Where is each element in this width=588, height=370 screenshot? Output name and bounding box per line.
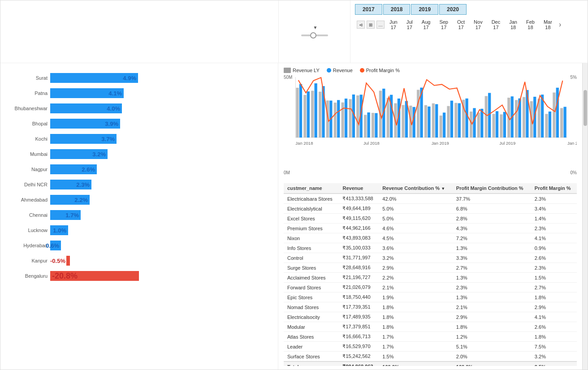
customer-cell: Forward Stores bbox=[284, 283, 339, 293]
bar-negative[interactable] bbox=[66, 256, 70, 266]
svg-rect-8 bbox=[319, 92, 321, 138]
profit-target-section: ▼ bbox=[278, 0, 350, 63]
bar-value-label: 2.3% bbox=[76, 181, 90, 188]
month-jan18[interactable]: Jan18 bbox=[505, 17, 521, 32]
svg-rect-41 bbox=[443, 112, 445, 138]
month-sep17[interactable]: Sep17 bbox=[435, 17, 452, 32]
month-aug17[interactable]: Aug17 bbox=[418, 17, 435, 32]
month-nov17[interactable]: Nov17 bbox=[470, 17, 487, 32]
month-feb18[interactable]: Feb18 bbox=[522, 17, 539, 32]
legend-profit-margin: Profit Margin % bbox=[360, 68, 400, 73]
month-mar18[interactable]: Mar18 bbox=[540, 17, 556, 32]
th-revenue[interactable]: Revenue bbox=[339, 183, 379, 194]
nav-right-arrow[interactable]: › bbox=[557, 20, 563, 30]
bar-positive[interactable]: 4.9% bbox=[50, 73, 138, 83]
table-row[interactable]: Premium Stores₹44,962,1664.6%4.3%2.3% bbox=[284, 224, 577, 233]
year-btn-2019[interactable]: 2019 bbox=[411, 4, 438, 15]
svg-rect-57 bbox=[503, 112, 506, 138]
th-pm-contrib[interactable]: Profit Margin Contribution % bbox=[453, 183, 531, 194]
table-row[interactable]: Surface Stores₹15,242,5621.5%2.0%3.2% bbox=[284, 352, 577, 362]
customer-cell: Info Stores bbox=[284, 243, 339, 253]
bar-container: -0.5% bbox=[50, 255, 271, 266]
table-section[interactable]: custmer_name Revenue Revenue Contributio… bbox=[284, 183, 577, 366]
bar-row: Lucknow1.0% bbox=[7, 224, 271, 237]
bar-container: 3.9% bbox=[50, 118, 271, 129]
data-cell: 1.8% bbox=[453, 322, 531, 332]
y-axis-top-left: 50M bbox=[284, 75, 292, 80]
table-row[interactable]: Control₹31,771,9973.2%3.3%2.6% bbox=[284, 253, 577, 263]
month-jul17[interactable]: Jul17 bbox=[402, 17, 417, 32]
data-cell: 1.3% bbox=[453, 293, 531, 302]
data-cell: ₹49,115,620 bbox=[339, 214, 379, 224]
bar-positive[interactable]: 3.9% bbox=[50, 119, 120, 129]
data-cell: 2.6% bbox=[531, 322, 577, 332]
data-cell: 2.3% bbox=[531, 224, 577, 233]
table-row[interactable]: Electricalslytical₹49,644,1895.0%6.8%3.4… bbox=[284, 204, 577, 214]
total-cell: Total bbox=[284, 361, 339, 366]
bar-container: 4.1% bbox=[50, 88, 271, 99]
table-row[interactable]: Modular₹17,379,8511.8%1.8%2.6% bbox=[284, 322, 577, 332]
table-row[interactable]: Forward Stores₹21,026,0792.1%2.3%2.7% bbox=[284, 283, 577, 293]
data-cell: ₹16,666,713 bbox=[339, 332, 379, 342]
bar-positive[interactable]: 2.3% bbox=[50, 180, 91, 189]
table-row[interactable]: Info Stores₹35,100,0333.6%1.3%0.9% bbox=[284, 243, 577, 253]
bar-positive[interactable]: 0.6% bbox=[50, 241, 61, 250]
month-jun17[interactable]: Jun17 bbox=[385, 17, 402, 32]
bar-positive[interactable]: 1.7% bbox=[50, 210, 81, 220]
bar-positive[interactable]: 4.1% bbox=[50, 88, 124, 98]
svg-rect-72 bbox=[560, 108, 563, 138]
svg-rect-56 bbox=[500, 114, 502, 138]
svg-rect-45 bbox=[458, 103, 461, 138]
table-row[interactable]: Excel Stores₹49,115,6205.0%2.8%1.4% bbox=[284, 214, 577, 224]
data-cell: 3.6% bbox=[379, 243, 452, 253]
profit-target-label: ▼ bbox=[311, 25, 318, 30]
bar-positive[interactable]: 3.2% bbox=[50, 149, 108, 159]
svg-text:Jan 2019: Jan 2019 bbox=[432, 141, 449, 146]
month-oct17[interactable]: Oct17 bbox=[453, 17, 469, 32]
th-rev-contrib[interactable]: Revenue Contribution % ▼ bbox=[379, 183, 452, 194]
expand-icon[interactable]: ⊞ bbox=[367, 21, 375, 29]
year-btn-2018[interactable]: 2018 bbox=[383, 4, 411, 15]
table-row[interactable]: Electricalsara Stores₹413,333,58842.0%37… bbox=[284, 194, 577, 204]
year-btn-2017[interactable]: 2017 bbox=[355, 4, 382, 15]
filter-icon[interactable]: ⊲ bbox=[357, 21, 365, 29]
bar-positive[interactable]: 1.0% bbox=[50, 225, 68, 235]
svg-text:Jul 2019: Jul 2019 bbox=[499, 141, 515, 146]
profit-slider[interactable] bbox=[301, 34, 328, 38]
total-cell: 100.0% bbox=[453, 361, 531, 366]
data-cell: 3.4% bbox=[531, 204, 577, 214]
svg-rect-2 bbox=[296, 88, 298, 138]
data-cell: 1.7% bbox=[379, 342, 452, 352]
table-row[interactable]: Epic Stores₹18,750,4401.9%1.3%1.8% bbox=[284, 293, 577, 302]
month-dec17[interactable]: Dec17 bbox=[488, 17, 505, 32]
table-row[interactable]: Electricalsocity₹17,489,9351.8%2.9%4.1% bbox=[284, 312, 577, 322]
right-scrollbar[interactable] bbox=[582, 63, 588, 370]
bar-row: Bhubaneshwar4.0% bbox=[7, 102, 271, 115]
th-customer[interactable]: custmer_name bbox=[284, 183, 339, 194]
year-btn-2020[interactable]: 2020 bbox=[439, 4, 467, 15]
bar-row: Mumbai3.2% bbox=[7, 147, 271, 161]
data-cell: 1.3% bbox=[453, 273, 531, 283]
bar-positive[interactable]: 4.0% bbox=[50, 103, 122, 113]
table-row[interactable]: Nixon₹43,893,0834.5%7.2%4.1% bbox=[284, 233, 577, 243]
th-pm-pct[interactable]: Profit Margin % bbox=[531, 183, 577, 194]
bar-negative[interactable]: -20.8% bbox=[50, 271, 139, 281]
bar-container: 4.9% bbox=[50, 73, 271, 83]
data-cell: 1.8% bbox=[379, 302, 452, 312]
more-icon[interactable]: … bbox=[376, 21, 385, 29]
table-row[interactable]: Surge Stores₹28,648,9162.9%2.7%2.3% bbox=[284, 263, 577, 273]
customer-cell: Surge Stores bbox=[284, 263, 339, 273]
bar-positive[interactable]: 2.2% bbox=[50, 195, 90, 205]
bar-positive[interactable]: 2.6% bbox=[50, 164, 97, 174]
svg-rect-70 bbox=[553, 93, 555, 138]
data-cell: 4.5% bbox=[379, 233, 452, 243]
table-row[interactable]: Atlas Stores₹16,666,7131.7%1.2%1.8% bbox=[284, 332, 577, 342]
table-row[interactable]: Leader₹16,529,9701.7%5.1%7.5% bbox=[284, 342, 577, 352]
bar-value-label: 4.9% bbox=[123, 75, 136, 82]
chevron-down-icon[interactable]: ▼ bbox=[313, 25, 318, 30]
bar-positive[interactable]: 3.7% bbox=[50, 134, 117, 144]
svg-rect-4 bbox=[303, 95, 306, 138]
table-row[interactable]: Nomad Stores₹17,739,3511.8%2.1%2.9% bbox=[284, 302, 577, 312]
table-body: Electricalsara Stores₹413,333,58842.0%37… bbox=[284, 194, 577, 366]
table-row[interactable]: Acclaimed Stores₹21,196,7272.2%1.3%1.5% bbox=[284, 273, 577, 283]
